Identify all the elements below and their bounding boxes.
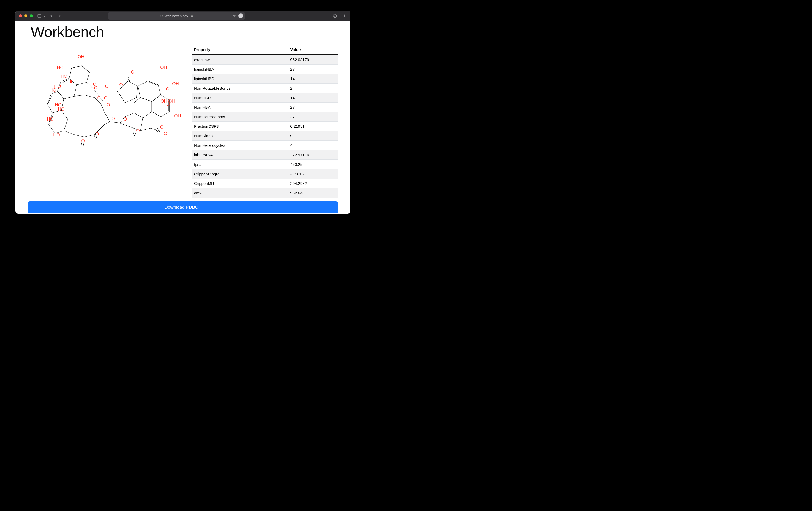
value-cell: -1.1015 [288, 169, 338, 179]
svg-line-38 [133, 132, 135, 136]
table-row: labuteASA372.97116 [192, 150, 338, 160]
downloads-icon[interactable] [332, 14, 337, 18]
atom-label: O [111, 116, 115, 122]
table-row: NumRotatableBonds2 [192, 84, 338, 93]
chevron-down-icon[interactable]: ▾ [44, 15, 45, 18]
atom-label: O [164, 131, 167, 136]
property-cell: NumRotatableBonds [192, 84, 288, 93]
property-cell: NumRings [192, 131, 288, 141]
svg-line-14 [71, 65, 82, 68]
atom-label: O [97, 96, 100, 101]
page-title: Workbench [31, 23, 335, 41]
atom-label: O [136, 128, 140, 134]
table-row: NumRings9 [192, 131, 338, 141]
svg-line-27 [149, 82, 158, 86]
svg-rect-0 [37, 14, 41, 18]
atom-label: OH [172, 81, 179, 86]
atom-label: O [94, 85, 97, 91]
table-row: lipinskiHBA27 [192, 64, 338, 74]
close-window-button[interactable] [19, 14, 22, 18]
value-cell: 952.648 [288, 188, 338, 198]
property-cell: CrippenClogP [192, 169, 288, 179]
atom-label: OH [78, 54, 84, 59]
table-row: NumHBA27 [192, 103, 338, 112]
address-bar[interactable]: web.navan.dev [108, 12, 245, 20]
svg-line-22 [64, 131, 74, 134]
atom-label: O [104, 96, 107, 101]
atom-label: HO [58, 107, 65, 112]
column-header-property: Property [192, 45, 288, 55]
page-content: Workbench [15, 21, 350, 214]
atom-label: HO [47, 117, 54, 122]
property-cell: labuteASA [192, 150, 288, 160]
property-cell: NumHeterocycles [192, 141, 288, 150]
svg-point-8 [241, 16, 242, 16]
table-row: amw952.648 [192, 188, 338, 198]
table-row: CrippenClogP-1.1015 [192, 169, 338, 179]
forward-button-icon[interactable] [57, 14, 62, 18]
column-header-value: Value [288, 45, 338, 55]
speaker-icon[interactable] [233, 14, 236, 18]
value-cell: 9 [288, 131, 338, 141]
property-cell: FractionCSP3 [192, 122, 288, 131]
atom-label: O [119, 82, 123, 87]
svg-point-7 [240, 16, 241, 16]
svg-line-41 [157, 128, 160, 132]
svg-marker-30 [134, 98, 152, 118]
atom-label: O [107, 102, 110, 108]
globe-icon [160, 14, 163, 18]
reader-icon[interactable] [238, 14, 243, 18]
atom-label: HO [61, 74, 67, 79]
value-cell: 0.21951 [288, 122, 338, 131]
svg-marker-26 [138, 81, 161, 101]
value-cell: 204.2982 [288, 179, 338, 188]
value-cell: 372.97116 [288, 150, 338, 160]
atom-label: OH [174, 113, 181, 119]
address-host: web.navan.dev [165, 14, 188, 18]
value-cell: 14 [288, 93, 338, 103]
new-tab-icon[interactable] [342, 14, 347, 18]
maximize-window-button[interactable] [30, 14, 33, 18]
value-cell: 27 [288, 112, 338, 122]
property-cell: lipinskiHBA [192, 64, 288, 74]
value-cell: 27 [288, 103, 338, 112]
property-cell: CrippenMR [192, 179, 288, 188]
molecule-panel: OHHOHOHOHOOOOOOOOOOHOHOHOHOHOOHOHOHOHOOO… [28, 43, 181, 197]
browser-window: ▾ web.navan.dev [15, 10, 350, 214]
window-controls [19, 14, 33, 18]
properties-table: Property Value exactmw952.08179lipinskiH… [192, 45, 338, 197]
atom-label: HO [57, 65, 64, 70]
svg-line-31 [140, 118, 143, 131]
svg-line-15 [83, 67, 90, 73]
value-cell: 450.25 [288, 160, 338, 169]
svg-line-24 [84, 135, 95, 137]
property-cell: amw [192, 188, 288, 198]
atom-label: O [105, 84, 108, 89]
atom-label: OH [160, 65, 167, 70]
table-row: exactmw952.08179 [192, 55, 338, 64]
value-cell: 27 [288, 64, 338, 74]
titlebar: ▾ web.navan.dev [15, 10, 350, 21]
property-cell: NumHBD [192, 93, 288, 103]
download-pdbqt-button[interactable]: Download PDBQT [28, 201, 338, 213]
svg-line-37 [129, 78, 130, 82]
svg-line-40 [156, 129, 158, 133]
minimize-window-button[interactable] [24, 14, 28, 18]
atom-label: O [166, 102, 170, 107]
property-cell: tpsa [192, 160, 288, 169]
value-cell: 4 [288, 141, 338, 150]
back-button-icon[interactable] [49, 14, 54, 18]
lock-icon [190, 14, 194, 18]
property-cell: NumHeteroatoms [192, 112, 288, 122]
property-cell: NumHBA [192, 103, 288, 112]
atom-label: O [131, 70, 134, 75]
atom-label: HO [50, 87, 56, 93]
table-row: CrippenMR204.2982 [192, 179, 338, 188]
sidebar-toggle-icon[interactable] [37, 14, 42, 18]
value-cell: 2 [288, 84, 338, 93]
value-cell: 14 [288, 74, 338, 84]
molecule-diagram: OHHOHOHOHOOOOOOOOOOHOHOHOHOHOOHOHOHOHOOO… [33, 51, 176, 157]
atom-label: O [166, 86, 169, 92]
atom-label: O [95, 131, 99, 137]
table-row: NumHeteroatoms27 [192, 112, 338, 122]
